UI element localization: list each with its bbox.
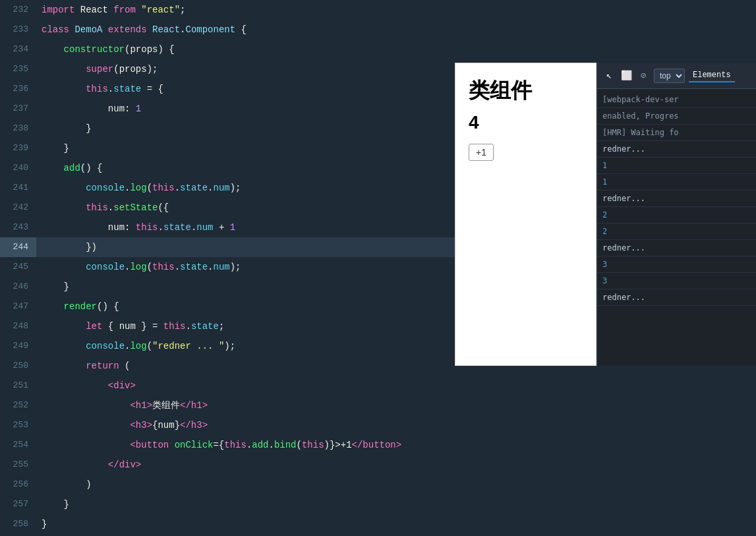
line-number: 233 <box>0 20 36 40</box>
line-number: 253 <box>0 415 36 435</box>
devtools-panel: ↖ ⬜ ⊘ top Elements [webpack-dev-serenabl… <box>596 63 756 366</box>
line-content: console.log(this.state.num); <box>36 257 241 277</box>
line-content: class DemoA extends React.Component { <box>36 20 247 40</box>
code-line: 232import React from "react"; <box>0 0 756 20</box>
line-number: 242 <box>0 198 36 218</box>
code-line: 258} <box>0 514 756 534</box>
line-content: ) <box>36 475 92 494</box>
code-line: 253 <h3>{num}</h3> <box>0 415 756 435</box>
devtools-toolbar: ↖ ⬜ ⊘ top Elements <box>597 63 756 89</box>
console-entry: 2 <box>597 207 756 223</box>
console-entry: redner... <box>597 240 756 256</box>
line-number: 246 <box>0 277 36 297</box>
console-entry: 3 <box>597 273 756 289</box>
line-number: 250 <box>0 356 36 376</box>
line-number: 236 <box>0 79 36 99</box>
cursor-icon[interactable]: ↖ <box>602 69 616 82</box>
tab-elements[interactable]: Elements <box>689 69 735 82</box>
line-number: 237 <box>0 99 36 119</box>
line-number: 245 <box>0 257 36 277</box>
line-content: <h3>{num}</h3> <box>36 415 208 435</box>
console-entry: enabled, Progres <box>597 108 756 125</box>
line-content: render() { <box>36 297 119 316</box>
line-number: 256 <box>0 475 36 494</box>
code-line: 234 constructor(props) { <box>0 40 756 59</box>
line-number: 258 <box>0 514 36 534</box>
line-number: 248 <box>0 316 36 336</box>
line-number: 257 <box>0 494 36 514</box>
console-entry: 1 <box>597 174 756 191</box>
line-content: } <box>36 494 69 514</box>
line-content: num: 1 <box>36 99 141 119</box>
line-number: 243 <box>0 218 36 237</box>
preview-panel: 类组件 4 +1 <box>455 63 596 366</box>
line-number: 255 <box>0 455 36 475</box>
line-number: 241 <box>0 178 36 198</box>
line-number: 239 <box>0 138 36 158</box>
code-line: 257 } <box>0 494 756 514</box>
code-line: 255 </div> <box>0 455 756 475</box>
line-content: num: this.state.num + 1 <box>36 218 235 237</box>
code-line: 252 <h1>类组件</h1> <box>0 396 756 415</box>
line-number: 247 <box>0 297 36 316</box>
line-content: <div> <box>36 376 136 396</box>
line-content: return ( <box>36 356 130 376</box>
console-entry: 2 <box>597 223 756 240</box>
preview-count: 4 <box>469 112 583 133</box>
line-number: 235 <box>0 59 36 79</box>
code-line: 233class DemoA extends React.Component { <box>0 20 756 40</box>
line-number: 244 <box>0 237 36 257</box>
console-entry: [webpack-dev-ser <box>597 92 756 108</box>
line-content: }) <box>36 237 97 257</box>
preview-title: 类组件 <box>469 76 583 105</box>
block-icon[interactable]: ⊘ <box>637 69 650 82</box>
device-icon[interactable]: ⬜ <box>620 69 633 82</box>
line-content: super(props); <box>36 59 158 79</box>
line-number: 251 <box>0 376 36 396</box>
line-content: console.log(this.state.num); <box>36 178 241 198</box>
line-content: this.setState({ <box>36 198 169 218</box>
line-number: 240 <box>0 158 36 178</box>
line-content: let { num } = this.state; <box>36 316 224 336</box>
console-entry: redner... <box>597 289 756 306</box>
line-content: <h1>类组件</h1> <box>36 396 208 415</box>
line-content: add() { <box>36 158 102 178</box>
devtools-console: [webpack-dev-serenabled, Progres[HMR] Wa… <box>597 89 756 366</box>
line-content: } <box>36 138 69 158</box>
preview-add-button[interactable]: +1 <box>469 144 494 161</box>
line-content: } <box>36 277 69 297</box>
line-number: 254 <box>0 435 36 455</box>
line-content: constructor(props) { <box>36 40 175 59</box>
line-content: this.state = { <box>36 79 163 99</box>
frame-select[interactable]: top <box>654 69 685 83</box>
line-number: 234 <box>0 40 36 59</box>
line-content: console.log("redner ... "); <box>36 336 235 356</box>
console-entry: 3 <box>597 256 756 273</box>
console-entry: redner... <box>597 191 756 207</box>
console-entry: [HMR] Waiting fo <box>597 125 756 141</box>
code-line: 256 ) <box>0 475 756 494</box>
line-number: 232 <box>0 0 36 20</box>
line-number: 238 <box>0 119 36 138</box>
line-content: } <box>36 514 47 534</box>
console-entry: 1 <box>597 158 756 174</box>
line-number: 249 <box>0 336 36 356</box>
console-entry: redner... <box>597 141 756 158</box>
line-number: 252 <box>0 396 36 415</box>
line-content: } <box>36 119 92 138</box>
line-content: import React from "react"; <box>36 0 185 20</box>
line-content: <button onClick={this.add.bind(this)}>+1… <box>36 435 401 455</box>
line-content: </div> <box>36 455 141 475</box>
code-line: 254 <button onClick={this.add.bind(this)… <box>0 435 756 455</box>
code-line: 251 <div> <box>0 376 756 396</box>
